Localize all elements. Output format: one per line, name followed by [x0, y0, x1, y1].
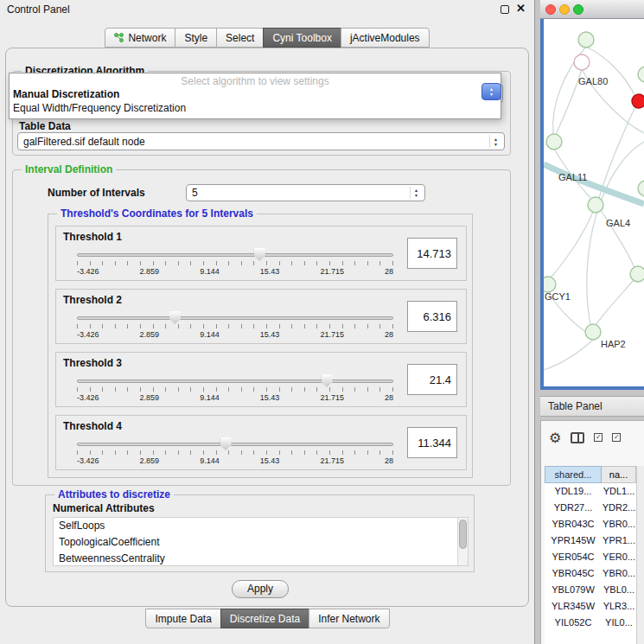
column-header-name[interactable]: na... — [602, 466, 636, 483]
zoom-traffic-light-icon[interactable] — [573, 4, 583, 15]
network-window-titlebar[interactable] — [540, 0, 644, 19]
group-title: Threshold's Coordinates for 5 Intervals — [57, 207, 257, 220]
network-node[interactable] — [638, 67, 644, 82]
table-row[interactable]: YPR145WYPR1... — [545, 532, 636, 549]
number-of-intervals-combobox[interactable]: 5 ▲ ▼ — [186, 184, 425, 201]
attributes-list[interactable]: SelfLoopsTopologicalCoefficientBetweenne… — [53, 517, 469, 566]
network-node[interactable] — [585, 324, 601, 340]
select-none-checkbox-icon[interactable]: ✓ — [612, 433, 621, 442]
dropdown-option-manual-discretization[interactable]: Manual Discretization — [10, 87, 501, 101]
tab-label: Impute Data — [155, 613, 211, 625]
threshold-label: Threshold 3 — [63, 357, 122, 369]
table-cell: YBR0... — [602, 516, 636, 532]
table-row[interactable]: YDR27...YDR2... — [545, 500, 636, 516]
network-edge[interactable] — [596, 280, 634, 325]
slider-track[interactable] — [77, 316, 393, 320]
slider-thumb[interactable] — [220, 437, 232, 450]
algorithm-combo-stepper[interactable]: ▲ ▼ — [481, 83, 501, 100]
tab-discretize-data[interactable]: Discretize Data — [220, 609, 309, 628]
slider-thumb[interactable] — [169, 311, 181, 324]
network-node[interactable] — [578, 32, 594, 48]
apply-button[interactable]: Apply — [232, 580, 289, 598]
network-node[interactable] — [574, 54, 590, 70]
table-row[interactable]: YBR043CYBR0... — [545, 516, 636, 532]
attributes-scrollbar[interactable] — [457, 518, 468, 565]
tab-network[interactable]: Network — [105, 28, 175, 48]
table-row[interactable]: YER054CYER0... — [545, 549, 636, 565]
attribute-item[interactable]: BetweennessCentrality — [54, 551, 468, 566]
bottom-tab-bar: Impute Data Discretize Data Infer Networ… — [0, 609, 535, 628]
slider-track[interactable] — [77, 379, 393, 383]
tab-cyni-toolbox[interactable]: Cyni Toolbox — [263, 28, 341, 48]
threshold-3-slider[interactable]: -3.426 2.859 9.144 15.43 21.715 28 — [77, 373, 393, 405]
node-label: GAL80 — [578, 76, 608, 86]
close-traffic-light-icon[interactable] — [545, 4, 556, 15]
tab-infer-network[interactable]: Infer Network — [309, 609, 389, 628]
scale-tick-label: 28 — [385, 393, 393, 402]
network-edge[interactable] — [586, 47, 635, 97]
threshold-value-field[interactable]: 11.344 — [407, 427, 457, 458]
attribute-item[interactable]: TopologicalCoefficient — [54, 534, 468, 551]
tab-select[interactable]: Select — [216, 28, 264, 48]
scale-tick-label: 15.43 — [260, 330, 280, 339]
network-node[interactable] — [546, 134, 562, 150]
float-window-icon[interactable] — [501, 5, 509, 14]
slider-track[interactable] — [77, 443, 393, 446]
network-node[interactable] — [632, 94, 644, 108]
network-edge[interactable] — [544, 340, 593, 370]
threshold-value-field[interactable]: 21.4 — [407, 364, 457, 395]
slider-ruler — [77, 450, 393, 455]
scale-tick-label: 15.43 — [260, 393, 280, 402]
attribute-item[interactable]: SelfLoops — [54, 518, 468, 534]
slider-thumb[interactable] — [322, 374, 333, 387]
network-node[interactable] — [630, 266, 644, 282]
tab-jactivemodules[interactable]: jActiveModules — [341, 28, 430, 48]
table-row[interactable]: YBR045CYBR0... — [545, 565, 636, 582]
threshold-value-field[interactable]: 6.316 — [407, 301, 457, 332]
column-header-shared-name[interactable]: shared... — [545, 466, 602, 483]
slider-scale-labels: -3.426 2.859 9.144 15.43 21.715 28 — [77, 393, 393, 402]
scale-tick-label: 2.859 — [140, 267, 160, 276]
threshold-label: Threshold 4 — [63, 420, 122, 432]
slider-track[interactable] — [77, 253, 393, 257]
select-all-checkbox-icon[interactable]: ✓ — [594, 433, 603, 442]
dropdown-option-equal-width[interactable]: Equal Width/Frequency Discretization — [10, 101, 501, 115]
table-cell: YDL19... — [545, 483, 602, 500]
attributes-to-discretize-group: Attributes to discretize Numerical Attri… — [45, 494, 475, 572]
table-cell: YBL0... — [602, 582, 636, 598]
table-row[interactable]: YIL052CYIL0... — [545, 615, 636, 631]
tab-style[interactable]: Style — [175, 28, 217, 48]
threshold-label: Threshold 1 — [63, 231, 122, 243]
threshold-value-field[interactable]: 14.713 — [407, 238, 457, 269]
algorithm-dropdown-popup: Select algorithm to view settings Manual… — [9, 73, 501, 119]
network-node[interactable] — [544, 277, 556, 292]
table-cell: YPR1... — [602, 532, 636, 549]
window-title: Control Panel — [7, 3, 70, 16]
slider-thumb[interactable] — [254, 248, 265, 261]
threshold-4-slider[interactable]: -3.426 2.859 9.144 15.43 21.715 28 — [77, 436, 393, 469]
table-body: YDL19...YDL1...YDR27...YDR2...YBR043CYBR… — [545, 483, 636, 631]
close-icon[interactable]: ✕ — [516, 2, 526, 15]
scale-tick-label: -3.426 — [77, 393, 99, 402]
table-row[interactable]: YBL079WYBL0... — [545, 582, 636, 598]
minimize-traffic-light-icon[interactable] — [559, 4, 570, 15]
network-edge[interactable] — [551, 212, 593, 277]
scrollbar-thumb[interactable] — [459, 520, 467, 549]
threshold-label: Threshold 2 — [63, 294, 122, 306]
tab-impute-data[interactable]: Impute Data — [145, 609, 220, 628]
table-cell: YIL052C — [545, 615, 602, 631]
table-row[interactable]: YLR345WYLR3... — [545, 598, 636, 615]
table-cell: YBR043C — [545, 516, 602, 532]
column-view-icon[interactable] — [571, 432, 584, 443]
table-scrollbar[interactable] — [636, 466, 644, 644]
table-row[interactable]: YDL19...YDL1... — [545, 483, 636, 500]
threshold-1-slider[interactable]: -3.426 2.859 9.144 15.43 21.715 28 — [77, 246, 393, 279]
network-node[interactable] — [588, 197, 603, 213]
gear-icon[interactable]: ⚙ — [549, 430, 561, 446]
tab-label: Style — [184, 32, 207, 44]
network-canvas[interactable]: GAL80GAL11GAL4GCY1HAP2 — [544, 19, 644, 386]
table-cell: YLR345W — [545, 598, 602, 615]
scale-tick-label: 21.715 — [320, 456, 344, 465]
network-node[interactable] — [638, 181, 644, 196]
threshold-2-slider[interactable]: -3.426 2.859 9.144 15.43 21.715 28 — [77, 309, 393, 342]
